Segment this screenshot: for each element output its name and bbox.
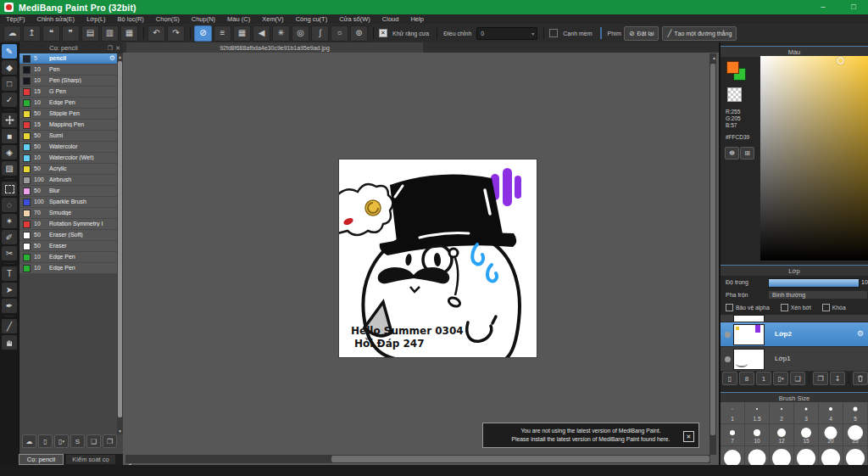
operation-tool[interactable]: ➤ <box>2 283 17 297</box>
snap-cross-button[interactable]: ✳ <box>272 25 290 42</box>
popout-icon[interactable]: ❐ <box>108 45 113 52</box>
minimize-button[interactable]: – <box>814 1 832 14</box>
brush-list-item[interactable]: 50 Eraser (Soft) ⚙ <box>19 230 118 241</box>
notification-close-button[interactable]: ✕ <box>683 431 694 442</box>
menu-item[interactable]: Tệp(F) <box>0 15 31 23</box>
brush-list-item[interactable]: 10 Watercolor (Wet) ⚙ <box>19 153 118 164</box>
menu-item[interactable]: Lớp(L) <box>81 15 111 23</box>
maximize-button[interactable]: □ <box>844 1 863 14</box>
snap-curve-button[interactable]: ∫ <box>311 25 329 42</box>
scrollbar-thumb[interactable] <box>331 456 709 462</box>
snap-settings-button[interactable]: ⊚ <box>350 25 368 42</box>
material-grid-button[interactable]: ▦ <box>120 25 138 42</box>
select-eraser-tool[interactable]: ✂ <box>2 246 17 260</box>
brush-list-item[interactable]: 50 Acrylic ⚙ <box>19 164 118 175</box>
scroll-down-icon[interactable]: ▼ <box>117 428 123 434</box>
adjust-dropdown[interactable]: 0 ▾ <box>476 27 537 40</box>
brush-list-item[interactable]: 50 Watercolor ⚙ <box>19 142 118 153</box>
snap-parallel-button[interactable]: ◀ <box>253 25 270 42</box>
menu-item[interactable]: Chỉnh sửa(E) <box>31 15 81 23</box>
color-cursor[interactable] <box>837 57 844 64</box>
select-rect-tool[interactable] <box>2 182 17 196</box>
brush-list-item[interactable]: 50 Sumi ⚙ <box>19 131 118 142</box>
layer-panel-header[interactable]: Lớp <box>721 265 868 276</box>
menu-item[interactable]: Chọn(S) <box>150 15 186 23</box>
menu-item[interactable]: Chụp(N) <box>186 15 221 23</box>
publish-button[interactable]: ↥ <box>23 25 41 42</box>
eraser-tool[interactable]: ◆ <box>2 60 17 75</box>
brush-list-item[interactable]: 10 Pen ⚙ <box>19 64 118 76</box>
chat-button[interactable]: ❞ <box>62 25 80 42</box>
menu-item[interactable]: Cửa sổ(W) <box>333 15 376 23</box>
brush-list-item[interactable]: 100 Sparkle Brush ⚙ <box>19 197 118 208</box>
brush-list-item[interactable]: 50 Stipple Pen ⚙ <box>19 109 118 120</box>
brush-size-cell[interactable]: 10 <box>745 424 770 446</box>
brush-list-item[interactable]: 10 Edge Pen ⚙ <box>19 98 118 109</box>
fill-tool[interactable]: ■ <box>2 129 17 143</box>
menu-item[interactable]: Cloud <box>376 15 405 23</box>
brush-list-item[interactable]: 100 Airbrush ⚙ <box>19 175 118 186</box>
scrollbar-thumb[interactable] <box>710 64 715 435</box>
canvas-artwork[interactable]: Hello Summer 0304 Hỏi Đáp 247 <box>339 160 537 357</box>
grid-guide-button[interactable]: ▦ <box>233 25 251 42</box>
brush-size-cell[interactable]: 1 <box>721 402 745 424</box>
soft-edge-checkbox[interactable]: Cạnh mềm <box>549 29 594 37</box>
straight-line-button[interactable]: ╱ Tạo một đường thẳng <box>662 26 737 41</box>
document-button[interactable]: ▤ <box>81 25 99 42</box>
transparent-color-swatch[interactable] <box>727 87 742 102</box>
brush-tool[interactable]: ✎ <box>2 44 17 59</box>
layer-visibility-dot[interactable] <box>725 332 731 338</box>
select-pen-tool[interactable]: ✐ <box>2 230 17 244</box>
brush-list-item[interactable]: 50 Eraser ⚙ <box>19 241 118 252</box>
material-panel-button[interactable]: ▥ <box>101 25 119 42</box>
add-layer-menu-button[interactable]: ▯▾ <box>773 372 788 385</box>
color-set-button[interactable]: ⊞ <box>740 147 754 160</box>
reset-button[interactable]: ⊘ Đặt lại <box>624 26 659 41</box>
redo-button[interactable]: ↷ <box>167 25 185 42</box>
layer-option-checkbox[interactable]: Khóa <box>822 304 846 311</box>
cloud-brush-button[interactable]: ☁ <box>22 434 36 448</box>
paint-bucket-tool[interactable]: ◈ <box>2 145 17 160</box>
layer-thumbnail[interactable] <box>733 349 765 370</box>
magic-wand-tool[interactable]: ✶ <box>2 214 17 228</box>
tab-brush[interactable]: Cọ: pencil <box>19 454 64 465</box>
tab-brush-control[interactable]: Kiểm soát cọ <box>65 454 116 465</box>
document-tab[interactable]: 92fd8f688afbda4e30c9e91b1a95e9ad.jpg <box>126 42 423 53</box>
scroll-up-icon[interactable]: ▲ <box>710 53 716 62</box>
layer-visibility-dot[interactable] <box>725 356 731 362</box>
brush-size-cell[interactable]: 2 <box>770 402 794 424</box>
lasso-tool[interactable]: ◌ <box>2 198 17 212</box>
antialias-checkbox[interactable]: ✕ Khử răng cưa <box>379 29 431 37</box>
canvas-horizontal-scrollbar[interactable]: ◀ <box>125 455 710 463</box>
brush-folder-button[interactable]: ❏ <box>86 434 101 448</box>
add-8bit-layer-button[interactable]: 8 <box>739 372 754 385</box>
brush-list-item[interactable]: 5 pencil ⚙ <box>19 53 118 64</box>
canvas-vertical-scrollbar[interactable]: ▲ <box>709 53 716 455</box>
shape-tool[interactable]: □ <box>2 76 17 91</box>
delete-layer-button[interactable] <box>853 372 868 385</box>
brush-list-item[interactable]: 50 Blur ⚙ <box>19 186 118 197</box>
brush-list-item[interactable]: 15 G Pen ⚙ <box>19 87 118 98</box>
script-brush-button[interactable]: S <box>70 434 85 448</box>
layer-option-checkbox[interactable]: Xén bớt <box>781 304 811 311</box>
brush-list-scrollbar[interactable]: ▲ ▼ <box>117 53 123 434</box>
brush-list-item[interactable]: 10 Edge Pen ⚙ <box>19 263 118 274</box>
close-icon[interactable]: ✕ <box>115 45 120 52</box>
snap-radial-button[interactable]: ◎ <box>292 25 309 42</box>
brush-size-cell[interactable]: 25 <box>843 424 868 446</box>
menu-item[interactable]: Công cụ(T) <box>290 15 334 23</box>
hand-tool[interactable] <box>2 335 17 350</box>
layer-thumbnail[interactable] <box>733 324 765 345</box>
comment-button[interactable]: ❝ <box>42 25 60 42</box>
brush-size-cell[interactable]: 20 <box>819 424 843 446</box>
blend-mode-dropdown[interactable]: Bình thường <box>768 290 868 300</box>
layer-option-checkbox[interactable]: Bảo vệ alpha <box>726 304 770 311</box>
snap-ellipse-button[interactable]: ○ <box>331 25 348 42</box>
add-brush-menu-button[interactable]: ▯▾ <box>54 434 69 448</box>
brush-list-item[interactable]: 15 Mapping Pen ⚙ <box>19 120 118 131</box>
undo-button[interactable]: ↶ <box>147 25 165 42</box>
move-tool[interactable] <box>2 113 17 127</box>
add-layer-button[interactable]: ▯ <box>722 372 737 385</box>
divide-tool[interactable]: ╱ <box>2 319 17 333</box>
layer-row-partial[interactable] <box>721 315 868 322</box>
